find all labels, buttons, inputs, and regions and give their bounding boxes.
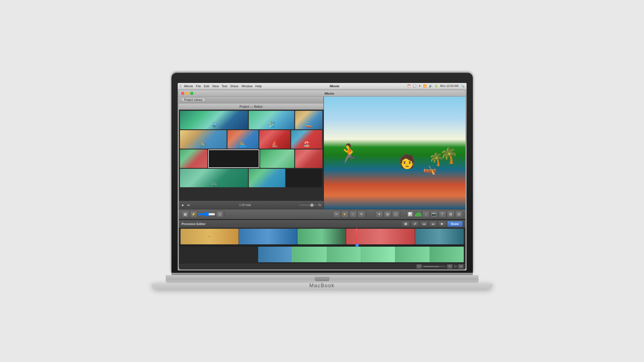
clip-display-button[interactable]: ▦	[182, 211, 189, 218]
menu-file[interactable]: File	[196, 84, 201, 88]
menu-edit[interactable]: Edit	[204, 84, 209, 88]
lower-thumb-6	[430, 247, 464, 262]
clip-6[interactable]: ⛵	[259, 130, 290, 149]
project-title-bar: Project — Belize	[179, 103, 324, 110]
menubar-app-title: iMovie	[262, 84, 407, 88]
strip-clip-2[interactable]	[239, 229, 297, 244]
clip-12[interactable]: 🚲	[180, 169, 248, 187]
prev-icon: ⏮	[423, 222, 426, 226]
clip-speed-slider[interactable]	[198, 212, 215, 217]
audio-level-meter	[415, 212, 421, 217]
mark-unrate-button[interactable]: ☆	[349, 211, 357, 218]
toolbar-group-middle: ✂ ★ ☆ ✕	[332, 211, 366, 218]
menu-help[interactable]: Help	[255, 84, 262, 88]
imovie-window: iMovie Project Library Project	[179, 90, 465, 269]
clip-9-selected[interactable]	[208, 149, 259, 168]
clip-empty	[286, 169, 322, 187]
precision-editor-controls: ▦ ⇄ ⏮ ⏭	[402, 221, 463, 227]
enhance-button[interactable]: ✦	[376, 211, 383, 218]
search-icon[interactable]: 🔍	[461, 84, 464, 88]
clip-trimmer-button[interactable]: ✂	[333, 211, 340, 218]
zoom-out-button[interactable]: −	[416, 264, 422, 269]
webcam	[321, 79, 323, 81]
crop-display-button[interactable]: ⊡	[216, 211, 223, 218]
title-button[interactable]: T	[439, 211, 446, 218]
volume-icon: 🔊	[429, 84, 432, 88]
menu-text[interactable]: Text	[221, 84, 227, 88]
crop-display-icon: ⊡	[218, 212, 221, 216]
mark-favorite-button[interactable]: ★	[341, 211, 349, 218]
maximize-button[interactable]	[190, 92, 193, 95]
maps-button[interactable]: ⊟	[455, 211, 463, 218]
pe-next-button[interactable]: ⏭	[429, 221, 437, 227]
play-icon: ▶	[441, 222, 443, 226]
audio-bar-3	[417, 213, 418, 217]
clip-8[interactable]	[180, 149, 207, 168]
menu-window[interactable]: Window	[241, 84, 252, 88]
lower-clip-1[interactable]	[227, 247, 258, 262]
transition-button[interactable]: ⊠	[447, 211, 454, 218]
clip-5[interactable]: 🏊	[227, 130, 258, 149]
pe-prev-button[interactable]: ⏮	[420, 221, 428, 227]
lower-thumb-4	[361, 247, 395, 262]
strip-clip-1[interactable]: ☀	[181, 229, 239, 244]
clip-11[interactable]	[295, 149, 322, 168]
zoom-track[interactable]	[299, 205, 316, 206]
clip-7[interactable]: 🏖️	[291, 130, 322, 149]
swap-icon: ⇄	[414, 222, 416, 226]
crop-button[interactable]: ⊞	[384, 211, 391, 218]
clip-1[interactable]: 🤿	[180, 111, 248, 129]
audio-bar-5	[419, 213, 420, 217]
strip-clip-5[interactable]	[415, 229, 464, 244]
minimize-button[interactable]	[186, 92, 189, 95]
step-forward-button[interactable]: ⏭	[187, 203, 191, 207]
volume-button[interactable]: 📊	[407, 211, 414, 218]
clip-2[interactable]: 🏄	[249, 111, 294, 129]
music-button[interactable]: ♪	[422, 211, 430, 218]
toolbar-group-right: ✦ ⊞ ⓘ	[374, 211, 401, 218]
strip-clip-4-active[interactable]	[346, 229, 415, 244]
project-library-button[interactable]: Project Library	[181, 98, 206, 102]
menu-view[interactable]: View	[212, 84, 219, 88]
action-button[interactable]: ⚡	[190, 211, 197, 218]
zoom-in-button[interactable]: +	[447, 264, 453, 269]
video-preview: 🧑 🌴 🌴 🛶 🏃	[324, 97, 465, 209]
macos-desktop:  iMovie File Edit View Text Share Windo…	[178, 83, 467, 271]
pe-play-button[interactable]: ▶	[438, 221, 446, 227]
filmstrip-icon: ▦	[184, 212, 187, 216]
clip-10[interactable]	[260, 149, 294, 168]
lower-clip-2-long[interactable]	[258, 247, 464, 262]
playhead-line	[356, 228, 357, 244]
timeline-zoom-slider[interactable]	[423, 266, 446, 267]
clip-4[interactable]: 🚴	[180, 130, 227, 149]
toolbar-group-rightmost: 📊 ♪	[405, 211, 464, 218]
pe-swap-button[interactable]: ⇄	[411, 221, 419, 227]
clip-2-icon: 🏄	[268, 121, 275, 128]
toolbar: ▦ ⚡ ⊡	[179, 209, 465, 219]
lower-thumb-1	[258, 247, 292, 262]
strip-clip-3[interactable]	[297, 229, 346, 244]
clip-3[interactable]: 🚤	[295, 111, 322, 129]
macbook-lid:  iMovie File Edit View Text Share Windo…	[171, 73, 473, 273]
clip-13[interactable]	[249, 169, 285, 187]
close-button[interactable]	[181, 92, 184, 95]
menu-imovie[interactable]: iMovie	[184, 84, 193, 88]
play-button[interactable]: ▶	[181, 203, 185, 207]
thumb-row-3	[180, 149, 322, 168]
menu-share[interactable]: Share	[230, 84, 239, 88]
beach-scene: 🧑 🌴 🌴 🛶 🏃	[324, 97, 465, 209]
window-titlebar: iMovie	[179, 90, 465, 97]
inspector-button[interactable]: ⓘ	[392, 211, 399, 218]
apple-menu[interactable]: 	[180, 84, 181, 88]
child-jumping-icon: 🏃	[338, 143, 361, 164]
precision-editor-done-button[interactable]: Done	[447, 221, 463, 227]
reject-button[interactable]: ✕	[358, 211, 365, 218]
macbook-latch	[315, 277, 329, 281]
pe-filmstrip-button[interactable]: ▦	[402, 221, 410, 227]
zoom-thumb[interactable]	[310, 203, 314, 207]
fullscreen-button[interactable]: ⤢	[458, 264, 464, 269]
snapshot-button[interactable]: 📷	[430, 211, 438, 218]
macbook-brand-label: MacBook	[309, 283, 335, 289]
content-area: Project Library Project — Belize	[179, 97, 465, 209]
lower-thumb-3	[327, 247, 361, 262]
